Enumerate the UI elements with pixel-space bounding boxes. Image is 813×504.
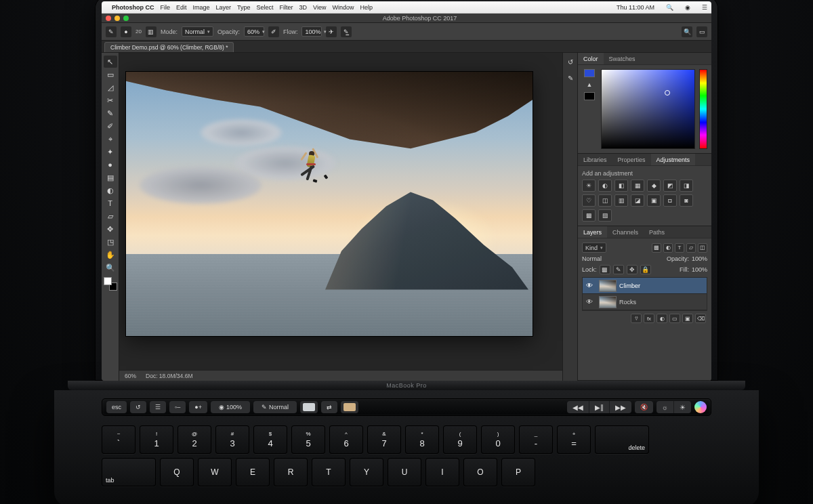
touchbar-swap-colors-icon[interactable]: ⇄ (321, 401, 337, 413)
notification-center-icon[interactable]: ☰ (702, 4, 707, 11)
key-0[interactable]: )0 (481, 425, 515, 454)
type-tool[interactable]: T (104, 197, 117, 209)
marquee-tool[interactable]: ▭ (104, 68, 117, 81)
exposure-adj-icon[interactable]: ▦ (631, 180, 644, 192)
foreground-background-swatch[interactable] (104, 277, 117, 291)
key-delete[interactable]: delete (595, 425, 649, 454)
pressure-size-icon[interactable]: ✎̲ (341, 26, 352, 37)
menubar-item-select[interactable]: Select (257, 4, 274, 11)
color-bg-swatch[interactable] (584, 92, 595, 100)
layer-name-label[interactable]: Rocks (619, 299, 636, 306)
bw-adj-icon[interactable]: ♡ (582, 194, 596, 207)
levels-adj-icon[interactable]: ◐ (598, 180, 612, 192)
flow-input[interactable]: 100% (301, 26, 322, 37)
brush-tool[interactable]: ✐ (104, 120, 117, 132)
layers-tab[interactable]: Layers (578, 226, 607, 238)
zoom-readout[interactable]: 60% (125, 373, 136, 379)
menubar-item-layer[interactable]: Layer (216, 4, 232, 11)
layer-style-icon[interactable]: fx (644, 314, 654, 323)
lasso-tool[interactable]: ◿ (104, 81, 117, 93)
gradient-tool[interactable]: ▤ (104, 171, 117, 184)
brush-preset-icon[interactable]: ● (121, 26, 131, 37)
layer-name-label[interactable]: Climber (619, 282, 640, 289)
search-icon[interactable]: 🔍 (682, 26, 692, 37)
filter-type-icon[interactable]: T (675, 243, 684, 253)
filter-adjust-icon[interactable]: ◐ (663, 243, 673, 253)
touchbar-brush-larger[interactable]: ●+ (189, 401, 207, 413)
libraries-tab[interactable]: Libraries (578, 154, 612, 165)
lock-pixels-icon[interactable]: ✎ (613, 265, 624, 274)
adjustments-tab[interactable]: Adjustments (651, 154, 696, 165)
color-fg-swatch[interactable] (584, 69, 595, 77)
layer-blend-select[interactable]: Normal (582, 255, 664, 262)
zoom-window-button[interactable] (123, 16, 129, 21)
touchbar-size-slider[interactable]: ◉ 100% (211, 401, 250, 413)
lock-all-icon[interactable]: 🔒 (640, 265, 651, 274)
touchbar-brightness-down-icon[interactable]: ☼ (656, 401, 673, 413)
threshold-adj-icon[interactable]: ◙ (680, 194, 693, 207)
workspace-switcher-icon[interactable]: ▭ (696, 26, 707, 37)
menubar-item-edit[interactable]: Edit (176, 4, 187, 11)
hue-adj-icon[interactable]: ◩ (663, 180, 677, 192)
vibrance-adj-icon[interactable]: ◆ (647, 180, 661, 192)
color-lookup-adj-icon[interactable]: ◪ (631, 194, 644, 207)
menubar-item-view[interactable]: View (313, 4, 326, 11)
touchbar-brightness-up-icon[interactable]: ☀ (673, 401, 691, 413)
curves-adj-icon[interactable]: ◧ (614, 180, 628, 192)
layer-filter-select[interactable]: Kind (582, 243, 606, 253)
layer-visibility-toggle[interactable]: 👁 (583, 298, 596, 306)
menubar-item-filter[interactable]: Filter (280, 4, 293, 11)
touchbar-siri-icon[interactable] (694, 401, 707, 413)
key-e[interactable]: E (236, 458, 270, 486)
close-window-button[interactable] (106, 16, 111, 21)
touchbar-brush-smaller[interactable]: ◦– (169, 401, 186, 413)
color-tab[interactable]: Color (578, 53, 604, 64)
paths-tab[interactable]: Paths (644, 226, 670, 238)
delete-layer-icon[interactable]: ⌫ (695, 314, 706, 323)
color-field[interactable] (601, 69, 695, 149)
document-tab[interactable]: Climber Demo.psd @ 60% (Climber, RGB/8) … (104, 42, 234, 52)
brightness-adj-icon[interactable]: ☀ (582, 180, 596, 192)
airbrush-icon[interactable]: ✈ (326, 26, 337, 37)
touchbar-next-icon[interactable]: ▶▶ (609, 401, 631, 413)
touchbar-prev-icon[interactable]: ◀◀ (567, 401, 589, 413)
pressure-opacity-icon[interactable]: ✐ (268, 26, 279, 37)
touchbar-esc[interactable]: esc (106, 401, 127, 413)
key-q[interactable]: Q (160, 458, 194, 486)
invert-adj-icon[interactable]: ▣ (647, 194, 661, 207)
history-brush-tool[interactable]: ● (104, 159, 117, 171)
menubar-item-type[interactable]: Type (237, 4, 251, 11)
layer-thumbnail[interactable] (599, 296, 617, 308)
lock-position-icon[interactable]: ✥ (627, 265, 638, 274)
touchbar-color-b[interactable] (341, 401, 358, 413)
path-selection-tool[interactable]: ✥ (104, 223, 117, 235)
siri-menubar-icon[interactable]: ◉ (685, 4, 690, 11)
touchbar-history-icon[interactable]: ↺ (130, 401, 146, 413)
clone-stamp-tool[interactable]: ✦ (104, 146, 117, 158)
key-i[interactable]: I (425, 458, 459, 486)
opacity-input[interactable]: 60% (244, 26, 264, 37)
key-p[interactable]: P (501, 458, 535, 486)
key-tab[interactable]: tab (102, 458, 156, 486)
key-1[interactable]: !1 (140, 425, 173, 454)
hand-tool[interactable]: ✋ (104, 249, 117, 261)
menubar-item-file[interactable]: File (161, 4, 171, 11)
properties-tab[interactable]: Properties (612, 154, 651, 165)
touchbar-mute-icon[interactable]: 🔇 (635, 401, 653, 413)
dodge-tool[interactable]: ◐ (104, 184, 117, 196)
move-tool[interactable]: ↖ (104, 56, 117, 68)
canvas-viewport[interactable] (119, 53, 562, 370)
rectangle-tool[interactable]: ◳ (104, 236, 117, 248)
link-layers-icon[interactable]: ⍢ (631, 314, 642, 323)
minimize-window-button[interactable] (114, 16, 120, 21)
layer-row[interactable]: 👁 Climber (583, 278, 707, 294)
menubar-item-window[interactable]: Window (332, 4, 354, 11)
filter-pixel-icon[interactable]: ▩ (652, 243, 661, 253)
photo-filter-adj-icon[interactable]: ◫ (598, 194, 612, 207)
history-panel-icon[interactable]: ↺ (566, 57, 575, 66)
key-y[interactable]: Y (350, 458, 383, 486)
brush-panel-icon[interactable]: ▥ (146, 26, 157, 37)
blend-mode-select[interactable]: Normal (182, 26, 213, 37)
key-5[interactable]: %5 (291, 425, 325, 454)
hue-slider[interactable] (699, 69, 707, 149)
